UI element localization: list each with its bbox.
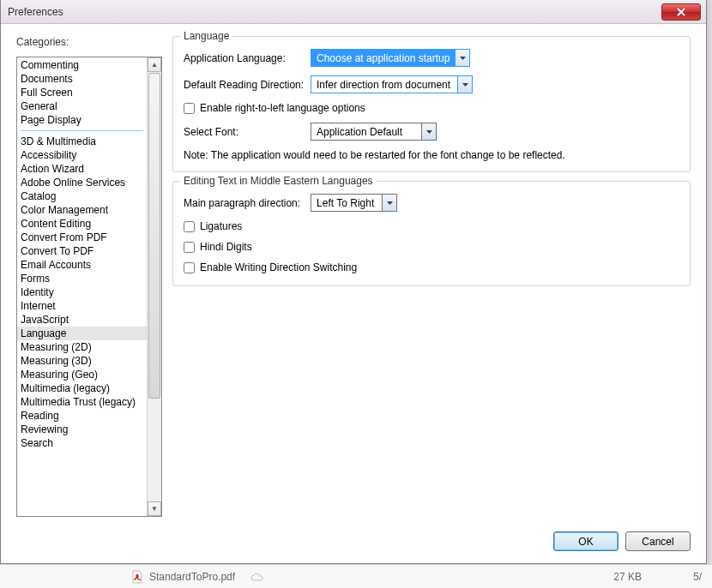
background-explorer-row: StandardToPro.pdf 27 KB 5/ bbox=[0, 564, 712, 588]
cancel-button[interactable]: Cancel bbox=[625, 531, 691, 551]
category-item[interactable]: Full Screen bbox=[17, 86, 147, 99]
category-item[interactable]: Accessibility bbox=[17, 148, 147, 162]
category-item[interactable]: Internet bbox=[17, 299, 147, 313]
category-item[interactable]: Forms bbox=[17, 272, 147, 285]
category-item[interactable]: Measuring (3D) bbox=[17, 354, 147, 368]
category-item[interactable]: Convert From PDF bbox=[17, 231, 147, 244]
select-font-value: Application Default bbox=[311, 123, 421, 140]
categories-label: Categories: bbox=[16, 36, 69, 48]
main-paragraph-dropdown[interactable]: Left To Right bbox=[311, 194, 397, 212]
category-item[interactable]: Convert To PDF bbox=[17, 244, 147, 258]
dialog-buttons: OK Cancel bbox=[553, 531, 691, 551]
main-paragraph-value: Left To Right bbox=[311, 195, 382, 211]
category-item[interactable]: Adobe Online Services bbox=[17, 176, 147, 189]
language-group-legend: Language bbox=[180, 30, 232, 42]
rtl-checkbox-label: Enable right-to-left language options bbox=[200, 102, 365, 114]
cloud-icon bbox=[250, 572, 264, 582]
dialog-content: Categories: CommentingDocumentsFull Scre… bbox=[1, 24, 706, 563]
category-item[interactable]: Reading bbox=[17, 409, 147, 423]
hindi-digits-checkbox[interactable] bbox=[184, 242, 195, 253]
reading-direction-value: Infer direction from document bbox=[311, 76, 457, 93]
scroll-down-arrow[interactable]: ▼ bbox=[148, 501, 161, 516]
select-font-dropdown[interactable]: Application Default bbox=[311, 123, 437, 141]
title-bar: Preferences bbox=[1, 0, 706, 24]
settings-panel: Language Application Language: Choose at… bbox=[172, 36, 691, 517]
category-item[interactable]: Search bbox=[17, 436, 147, 450]
category-item[interactable]: Measuring (Geo) bbox=[17, 368, 147, 381]
category-item[interactable]: Content Editing bbox=[17, 217, 147, 231]
dropdown-arrow-icon bbox=[457, 76, 472, 93]
category-item[interactable]: Reviewing bbox=[17, 423, 147, 436]
preferences-dialog: Preferences Categories: CommentingDocume… bbox=[0, 0, 707, 564]
app-language-value: Choose at application startup bbox=[311, 50, 455, 66]
background-filename: StandardToPro.pdf bbox=[149, 571, 235, 583]
pdf-icon bbox=[130, 570, 144, 584]
language-group: Language Application Language: Choose at… bbox=[172, 36, 691, 172]
category-item[interactable]: Multimedia Trust (legacy) bbox=[17, 395, 147, 409]
rtl-checkbox[interactable] bbox=[184, 103, 195, 114]
category-item[interactable]: Multimedia (legacy) bbox=[17, 381, 147, 395]
ligatures-checkbox[interactable] bbox=[184, 221, 195, 232]
close-button[interactable] bbox=[661, 3, 701, 21]
category-item[interactable]: Identity bbox=[17, 285, 147, 299]
middle-eastern-group: Editing Text in Middle Eastern Languages… bbox=[172, 181, 691, 286]
category-item[interactable]: Catalog bbox=[17, 189, 147, 203]
category-item[interactable]: Color Management bbox=[17, 203, 147, 217]
app-language-label: Application Language: bbox=[184, 52, 311, 64]
category-item[interactable]: General bbox=[17, 99, 147, 113]
dropdown-arrow-icon bbox=[421, 123, 436, 140]
font-restart-note: Note: The application would need to be r… bbox=[184, 149, 679, 161]
reading-direction-dropdown[interactable]: Infer direction from document bbox=[311, 75, 473, 93]
app-language-dropdown[interactable]: Choose at application startup bbox=[311, 49, 470, 67]
ligatures-label: Ligatures bbox=[200, 220, 242, 232]
category-item[interactable]: Action Wizard bbox=[17, 162, 147, 176]
category-item[interactable]: Documents bbox=[17, 72, 147, 86]
ok-button[interactable]: OK bbox=[553, 531, 618, 551]
window-title: Preferences bbox=[8, 6, 661, 18]
categories-scrollbar[interactable]: ▲ ▼ bbox=[147, 57, 161, 516]
categories-listbox[interactable]: CommentingDocumentsFull ScreenGeneralPag… bbox=[16, 57, 162, 517]
hindi-digits-label: Hindi Digits bbox=[200, 241, 252, 253]
reading-direction-label: Default Reading Direction: bbox=[184, 79, 311, 91]
select-font-label: Select Font: bbox=[184, 126, 311, 138]
category-item[interactable]: Email Accounts bbox=[17, 258, 147, 272]
background-page: 5/ bbox=[693, 571, 702, 583]
category-item[interactable]: 3D & Multimedia bbox=[17, 135, 147, 148]
dropdown-arrow-icon bbox=[382, 195, 396, 211]
writing-direction-checkbox[interactable] bbox=[184, 262, 195, 273]
category-divider bbox=[21, 130, 143, 131]
category-item[interactable]: Measuring (2D) bbox=[17, 340, 147, 354]
middle-eastern-legend: Editing Text in Middle Eastern Languages bbox=[180, 175, 377, 187]
close-icon bbox=[677, 8, 685, 16]
scroll-up-arrow[interactable]: ▲ bbox=[148, 57, 161, 72]
main-paragraph-label: Main paragraph direction: bbox=[184, 197, 300, 209]
category-item[interactable]: Language bbox=[17, 327, 147, 340]
writing-direction-label: Enable Writing Direction Switching bbox=[200, 261, 357, 273]
category-item[interactable]: JavaScript bbox=[17, 313, 147, 327]
category-item[interactable]: Page Display bbox=[17, 113, 147, 127]
scroll-thumb[interactable] bbox=[148, 73, 160, 399]
background-size: 27 KB bbox=[613, 571, 642, 583]
category-item[interactable]: Commenting bbox=[17, 58, 147, 72]
dropdown-arrow-icon bbox=[455, 50, 469, 66]
